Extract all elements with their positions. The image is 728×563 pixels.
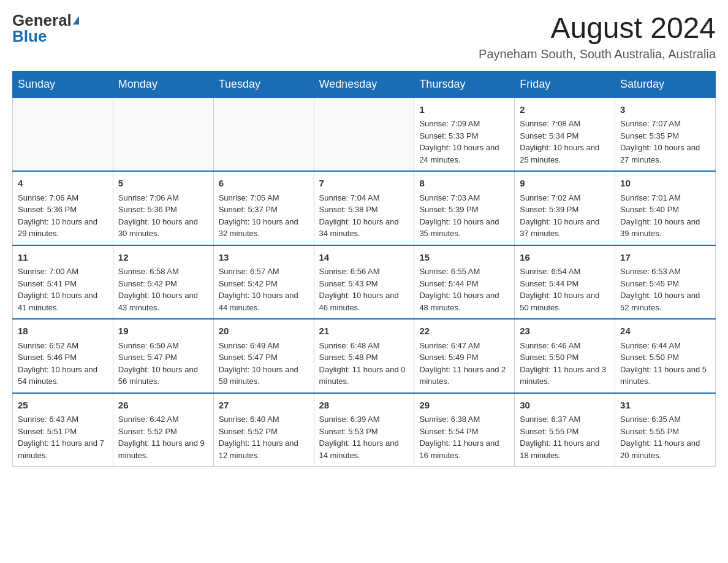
day-cell: 31Sunrise: 6:35 AMSunset: 5:55 PMDayligh…	[615, 393, 716, 467]
day-cell: 13Sunrise: 6:57 AMSunset: 5:42 PMDayligh…	[213, 245, 314, 320]
day-cell	[314, 98, 414, 172]
header-friday: Friday	[515, 71, 615, 98]
day-number: 11	[18, 251, 108, 265]
day-cell	[113, 98, 213, 172]
day-number: 16	[520, 251, 610, 265]
day-cell: 15Sunrise: 6:55 AMSunset: 5:44 PMDayligh…	[414, 245, 515, 320]
day-info: Sunrise: 6:48 AMSunset: 5:48 PMDaylight:…	[319, 340, 409, 388]
day-cell: 7Sunrise: 7:04 AMSunset: 5:38 PMDaylight…	[314, 171, 414, 245]
day-info: Sunrise: 7:05 AMSunset: 5:37 PMDaylight:…	[219, 192, 309, 240]
week-row-4: 18Sunrise: 6:52 AMSunset: 5:46 PMDayligh…	[13, 319, 716, 393]
day-info: Sunrise: 6:42 AMSunset: 5:52 PMDaylight:…	[118, 413, 208, 461]
day-number: 19	[118, 324, 208, 339]
day-number: 22	[419, 324, 509, 339]
day-number: 15	[419, 251, 509, 265]
title-block: August 2024 Payneham South, South Austra…	[479, 12, 716, 61]
day-info: Sunrise: 6:54 AMSunset: 5:44 PMDaylight:…	[520, 266, 610, 313]
day-cell: 29Sunrise: 6:38 AMSunset: 5:54 PMDayligh…	[414, 393, 515, 467]
day-info: Sunrise: 7:07 AMSunset: 5:35 PMDaylight:…	[620, 118, 710, 166]
day-number: 13	[219, 251, 309, 265]
day-cell: 27Sunrise: 6:40 AMSunset: 5:52 PMDayligh…	[213, 393, 314, 467]
day-cell: 25Sunrise: 6:43 AMSunset: 5:51 PMDayligh…	[13, 393, 113, 467]
day-info: Sunrise: 6:52 AMSunset: 5:46 PMDaylight:…	[18, 340, 108, 388]
day-cell: 26Sunrise: 6:42 AMSunset: 5:52 PMDayligh…	[113, 393, 213, 467]
logo-triangle-icon	[73, 16, 79, 25]
day-info: Sunrise: 6:55 AMSunset: 5:44 PMDaylight:…	[419, 266, 509, 313]
day-number: 27	[219, 399, 309, 413]
header-monday: Monday	[113, 71, 213, 98]
day-info: Sunrise: 7:01 AMSunset: 5:40 PMDaylight:…	[620, 192, 710, 240]
calendar-title: August 2024	[479, 12, 716, 45]
day-number: 28	[319, 399, 409, 413]
day-info: Sunrise: 6:44 AMSunset: 5:50 PMDaylight:…	[620, 340, 710, 388]
day-info: Sunrise: 6:47 AMSunset: 5:49 PMDaylight:…	[419, 340, 509, 388]
day-info: Sunrise: 7:03 AMSunset: 5:39 PMDaylight:…	[419, 192, 509, 240]
day-number: 4	[18, 177, 108, 191]
calendar-subtitle: Payneham South, South Australia, Austral…	[479, 47, 716, 61]
day-number: 24	[620, 324, 710, 339]
day-cell: 10Sunrise: 7:01 AMSunset: 5:40 PMDayligh…	[615, 171, 716, 245]
day-cell: 8Sunrise: 7:03 AMSunset: 5:39 PMDaylight…	[414, 171, 515, 245]
day-number: 7	[319, 177, 409, 191]
day-number: 5	[118, 177, 208, 191]
day-info: Sunrise: 6:53 AMSunset: 5:45 PMDaylight:…	[620, 266, 710, 313]
day-cell: 9Sunrise: 7:02 AMSunset: 5:39 PMDaylight…	[515, 171, 615, 245]
day-info: Sunrise: 7:04 AMSunset: 5:38 PMDaylight:…	[319, 192, 409, 240]
day-cell: 21Sunrise: 6:48 AMSunset: 5:48 PMDayligh…	[314, 319, 414, 393]
logo-general: General	[12, 12, 72, 28]
day-cell: 17Sunrise: 6:53 AMSunset: 5:45 PMDayligh…	[615, 245, 716, 320]
day-info: Sunrise: 6:38 AMSunset: 5:54 PMDaylight:…	[419, 413, 509, 461]
header-sunday: Sunday	[13, 71, 113, 98]
day-info: Sunrise: 6:50 AMSunset: 5:47 PMDaylight:…	[118, 340, 208, 388]
day-number: 1	[419, 103, 509, 117]
day-number: 14	[319, 251, 409, 265]
day-info: Sunrise: 7:02 AMSunset: 5:39 PMDaylight:…	[520, 192, 610, 240]
day-number: 26	[118, 399, 208, 413]
day-info: Sunrise: 7:08 AMSunset: 5:34 PMDaylight:…	[520, 118, 610, 166]
day-number: 18	[18, 324, 108, 339]
day-cell: 5Sunrise: 7:06 AMSunset: 5:36 PMDaylight…	[113, 171, 213, 245]
page-header: General Blue August 2024 Payneham South,…	[12, 12, 716, 61]
day-number: 30	[520, 399, 610, 413]
day-cell: 22Sunrise: 6:47 AMSunset: 5:49 PMDayligh…	[414, 319, 515, 393]
day-info: Sunrise: 6:46 AMSunset: 5:50 PMDaylight:…	[520, 340, 610, 388]
day-cell: 6Sunrise: 7:05 AMSunset: 5:37 PMDaylight…	[213, 171, 314, 245]
day-number: 6	[219, 177, 309, 191]
day-cell: 12Sunrise: 6:58 AMSunset: 5:42 PMDayligh…	[113, 245, 213, 320]
day-cell: 2Sunrise: 7:08 AMSunset: 5:34 PMDaylight…	[515, 98, 615, 172]
day-cell: 20Sunrise: 6:49 AMSunset: 5:47 PMDayligh…	[213, 319, 314, 393]
day-cell: 4Sunrise: 7:06 AMSunset: 5:36 PMDaylight…	[13, 171, 113, 245]
day-cell	[213, 98, 314, 172]
day-cell: 11Sunrise: 7:00 AMSunset: 5:41 PMDayligh…	[13, 245, 113, 320]
header-tuesday: Tuesday	[213, 71, 314, 98]
logo-blue: Blue	[12, 27, 47, 45]
day-cell: 30Sunrise: 6:37 AMSunset: 5:55 PMDayligh…	[515, 393, 615, 467]
day-info: Sunrise: 6:39 AMSunset: 5:53 PMDaylight:…	[319, 413, 409, 461]
day-number: 31	[620, 399, 710, 413]
day-info: Sunrise: 6:37 AMSunset: 5:55 PMDaylight:…	[520, 413, 610, 461]
day-info: Sunrise: 7:00 AMSunset: 5:41 PMDaylight:…	[18, 266, 108, 313]
day-number: 3	[620, 103, 710, 117]
header-wednesday: Wednesday	[314, 71, 414, 98]
day-info: Sunrise: 6:58 AMSunset: 5:42 PMDaylight:…	[118, 266, 208, 313]
day-info: Sunrise: 7:06 AMSunset: 5:36 PMDaylight:…	[118, 192, 208, 240]
day-cell: 19Sunrise: 6:50 AMSunset: 5:47 PMDayligh…	[113, 319, 213, 393]
week-row-5: 25Sunrise: 6:43 AMSunset: 5:51 PMDayligh…	[13, 393, 716, 467]
day-info: Sunrise: 6:49 AMSunset: 5:47 PMDaylight:…	[219, 340, 309, 388]
day-info: Sunrise: 6:57 AMSunset: 5:42 PMDaylight:…	[219, 266, 309, 313]
day-number: 9	[520, 177, 610, 191]
day-cell: 28Sunrise: 6:39 AMSunset: 5:53 PMDayligh…	[314, 393, 414, 467]
day-number: 20	[219, 324, 309, 339]
day-number: 21	[319, 324, 409, 339]
day-info: Sunrise: 6:35 AMSunset: 5:55 PMDaylight:…	[620, 413, 710, 461]
logo: General Blue	[12, 12, 79, 44]
day-number: 23	[520, 324, 610, 339]
day-cell: 18Sunrise: 6:52 AMSunset: 5:46 PMDayligh…	[13, 319, 113, 393]
day-number: 25	[18, 399, 108, 413]
week-row-3: 11Sunrise: 7:00 AMSunset: 5:41 PMDayligh…	[13, 245, 716, 320]
day-info: Sunrise: 7:09 AMSunset: 5:33 PMDaylight:…	[419, 118, 509, 166]
day-info: Sunrise: 6:56 AMSunset: 5:43 PMDaylight:…	[319, 266, 409, 313]
day-cell: 16Sunrise: 6:54 AMSunset: 5:44 PMDayligh…	[515, 245, 615, 320]
day-number: 2	[520, 103, 610, 117]
week-row-2: 4Sunrise: 7:06 AMSunset: 5:36 PMDaylight…	[13, 171, 716, 245]
